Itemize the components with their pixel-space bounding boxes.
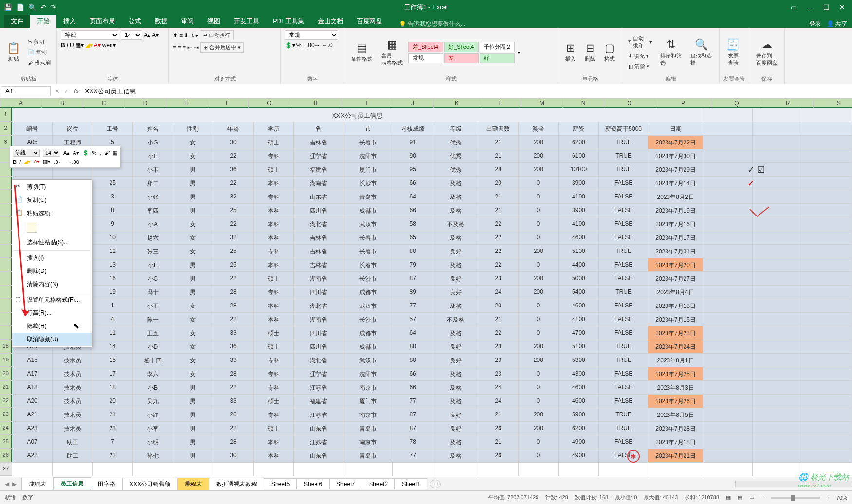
cell[interactable]: 5000 [559, 272, 599, 285]
cell[interactable]: 2023年7月22日 [648, 136, 703, 149]
mini-font-name[interactable]: 等线 [13, 149, 40, 157]
cell[interactable]: 90 [393, 149, 434, 162]
cell[interactable]: 专科 [254, 149, 294, 162]
cell[interactable]: 2023年7月14日 [648, 177, 703, 190]
cell[interactable]: 21 [478, 149, 519, 162]
cell[interactable]: 1 [93, 299, 133, 312]
cell[interactable]: A15 [12, 354, 53, 367]
cell[interactable] [802, 449, 852, 462]
cell[interactable]: 22 [478, 326, 519, 340]
cell[interactable]: 4100 [559, 190, 599, 203]
cell[interactable]: FALSE [599, 326, 648, 340]
cell[interactable]: 四川省 [294, 326, 343, 340]
nav-next-icon[interactable]: ▶ [12, 481, 17, 487]
cell[interactable] [599, 463, 648, 476]
cell[interactable]: 80 [393, 340, 434, 353]
cell[interactable]: 良好 [433, 354, 478, 367]
cell[interactable]: 及格 [433, 395, 478, 408]
cell[interactable]: 0 [519, 177, 559, 190]
cell[interactable]: 及格 [433, 381, 478, 394]
cell[interactable]: 36 [213, 340, 254, 353]
sheet-tab-active[interactable]: 员工信息 [53, 477, 91, 491]
cell[interactable]: 男 [173, 177, 214, 190]
copy-button[interactable]: 📄复制 [26, 48, 53, 57]
cell[interactable] [802, 367, 852, 380]
cell[interactable]: 专科 [254, 245, 294, 258]
cell[interactable]: 小李 [133, 422, 173, 435]
cell[interactable]: 硕士 [254, 395, 294, 408]
cell[interactable]: 80 [393, 354, 434, 367]
row-header[interactable] [0, 177, 12, 190]
cell[interactable]: 2023年7月26日 [648, 395, 703, 408]
styles-more-icon[interactable]: ▾ [518, 49, 520, 56]
cell[interactable]: 硕士 [254, 326, 294, 340]
cell[interactable]: 21 [93, 408, 133, 421]
cell[interactable]: 2023年8月1日 [648, 354, 703, 367]
cell[interactable]: 小D [133, 340, 173, 353]
cell[interactable]: 辽宁省 [294, 367, 343, 380]
cell[interactable]: 技术员 [53, 381, 93, 394]
cell[interactable]: 良好 [433, 408, 478, 421]
mini-currency-icon[interactable]: 💲 [82, 150, 89, 156]
cell[interactable]: 28 [213, 286, 254, 299]
cell[interactable]: TRUE [599, 408, 648, 421]
clear-button[interactable]: ◧清除▾ [626, 62, 654, 71]
cell[interactable] [559, 463, 599, 476]
cell[interactable] [703, 108, 753, 122]
cell[interactable]: 青岛市 [343, 190, 393, 203]
cell[interactable]: 25 [213, 245, 254, 258]
cell[interactable]: 6200 [559, 136, 599, 149]
cell[interactable]: 良好 [433, 245, 478, 258]
cell[interactable] [753, 108, 802, 122]
cell[interactable]: 28 [478, 163, 519, 176]
cell[interactable]: 5300 [559, 354, 599, 367]
cell[interactable] [703, 408, 753, 421]
cell[interactable]: 22 [478, 217, 519, 231]
font-size-select[interactable]: 14 [121, 30, 142, 40]
cell[interactable]: 女 [173, 136, 214, 149]
align-left-icon[interactable]: ≡ [173, 44, 176, 51]
cell[interactable]: 200 [519, 422, 559, 435]
cell[interactable]: 3900 [559, 177, 599, 190]
cell[interactable]: 28 [213, 435, 254, 449]
row-header[interactable]: 24 [0, 422, 12, 435]
phonetic-button[interactable]: wén▾ [102, 42, 116, 49]
cell[interactable]: FALSE [599, 258, 648, 271]
cell[interactable]: FALSE [599, 381, 648, 394]
tab-data[interactable]: 数据 [148, 15, 174, 28]
cell[interactable]: 福建省 [294, 163, 343, 176]
cell[interactable]: 12 [93, 245, 133, 258]
header-cell[interactable]: 薪资 [559, 122, 599, 135]
cell[interactable] [753, 286, 802, 299]
column-header[interactable]: D [125, 99, 166, 108]
cell[interactable]: 4700 [559, 326, 599, 340]
cell[interactable]: 小B [133, 381, 173, 394]
cell[interactable] [753, 435, 802, 449]
cell[interactable]: 及格 [433, 258, 478, 271]
cell[interactable]: 小王 [133, 299, 173, 312]
cell[interactable] [478, 463, 519, 476]
cell[interactable] [703, 177, 753, 190]
cell[interactable]: 2023年7月24日 [648, 340, 703, 353]
cell[interactable]: 南京市 [343, 408, 393, 421]
cell[interactable] [753, 340, 802, 353]
cancel-formula-icon[interactable]: ✕ [53, 88, 62, 95]
cell[interactable] [703, 381, 753, 394]
cell[interactable]: 21 [478, 313, 519, 326]
cell[interactable]: 小明 [133, 435, 173, 449]
cell[interactable] [648, 463, 703, 476]
cell[interactable]: 2023年8月4日 [648, 286, 703, 299]
cell[interactable]: FALSE [599, 190, 648, 203]
cell[interactable] [753, 217, 802, 231]
cell[interactable]: TRUE [599, 163, 648, 176]
header-cell[interactable]: 编号 [12, 122, 53, 135]
cell[interactable]: 长沙市 [343, 177, 393, 190]
zoom-level[interactable]: 70% [836, 495, 847, 501]
grow-font-icon[interactable]: A▴ [144, 32, 150, 38]
row-header[interactable] [0, 217, 12, 231]
cell[interactable]: 武汉市 [343, 354, 393, 367]
cell[interactable] [254, 463, 294, 476]
cell[interactable]: 2023年7月25日 [648, 367, 703, 380]
cell[interactable] [433, 463, 478, 476]
cell[interactable] [703, 258, 753, 271]
